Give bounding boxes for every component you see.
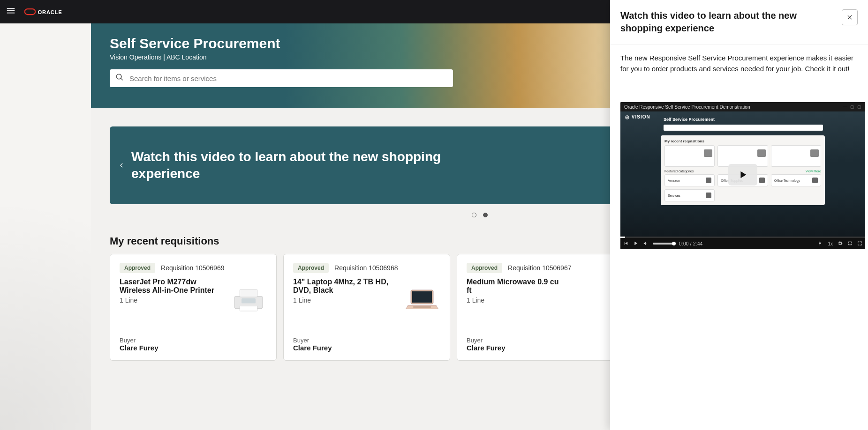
oracle-logo: ORACLE bbox=[24, 7, 67, 16]
status-badge: Approved bbox=[467, 263, 502, 273]
svg-rect-4 bbox=[240, 306, 257, 311]
buyer-name: Clare Furey bbox=[467, 344, 614, 352]
requisition-thumbnail bbox=[403, 282, 441, 318]
status-badge: Approved bbox=[120, 263, 155, 273]
panel-title: Watch this video to learn about the new … bbox=[620, 9, 836, 35]
requisition-id: Requisition 10506967 bbox=[508, 264, 571, 272]
video-time-total: 2:44 bbox=[693, 241, 703, 246]
search-bar[interactable] bbox=[110, 69, 453, 87]
video-time-current: 0:00 bbox=[679, 241, 689, 246]
panel-description: The new Responsive Self Service Procurem… bbox=[620, 44, 858, 74]
requisition-title: Medium Microwave 0.9 cu ft bbox=[467, 278, 563, 295]
carousel-dot[interactable] bbox=[483, 213, 488, 217]
requisition-thumbnail bbox=[229, 282, 268, 318]
video-mute-button[interactable] bbox=[643, 241, 648, 247]
video-window-buttons: —▢▢ bbox=[843, 104, 861, 109]
expand-icon bbox=[847, 241, 853, 246]
panel-close-button[interactable] bbox=[842, 9, 858, 25]
play-icon bbox=[738, 170, 748, 180]
requisition-card[interactable]: Approved Requisition 10506969 LaserJet P… bbox=[110, 254, 277, 361]
video-play-overlay[interactable] bbox=[620, 111, 865, 238]
video-side-panel: Watch this video to learn about the new … bbox=[610, 0, 868, 430]
search-icon bbox=[115, 73, 124, 83]
video-player[interactable]: Oracle Responsive Self Service Procureme… bbox=[620, 102, 865, 249]
menu-icon[interactable] bbox=[6, 6, 16, 18]
svg-rect-5 bbox=[242, 298, 256, 304]
buyer-label: Buyer bbox=[120, 337, 267, 344]
close-icon bbox=[846, 14, 853, 21]
video-fullscreen-button[interactable] bbox=[857, 241, 862, 247]
svg-rect-3 bbox=[240, 289, 257, 297]
video-time: 0:00 / 2:44 bbox=[679, 241, 703, 246]
buyer-name: Clare Furey bbox=[120, 344, 267, 352]
video-theater-button[interactable] bbox=[847, 241, 853, 247]
svg-rect-0 bbox=[25, 9, 36, 15]
flag-icon bbox=[818, 241, 823, 246]
panel-header: Watch this video to learn about the new … bbox=[610, 0, 868, 44]
fullscreen-icon bbox=[857, 241, 862, 246]
chevron-left-icon bbox=[118, 162, 125, 169]
carousel-dot[interactable] bbox=[472, 213, 476, 217]
video-seek-bar[interactable] bbox=[620, 237, 865, 238]
announcement-text: Watch this video to learn about the new … bbox=[131, 148, 488, 183]
video-speed[interactable]: 1x bbox=[828, 241, 833, 246]
panel-body: The new Responsive Self Service Procurem… bbox=[610, 44, 868, 259]
video-window-titlebar: Oracle Responsive Self Service Procureme… bbox=[620, 102, 865, 111]
video-volume-slider[interactable] bbox=[653, 243, 674, 245]
video-play-pause-button[interactable] bbox=[633, 241, 638, 247]
buyer-name: Clare Furey bbox=[293, 344, 440, 352]
requisition-id: Requisition 10506968 bbox=[334, 264, 398, 272]
volume-icon bbox=[643, 241, 648, 246]
svg-rect-8 bbox=[413, 306, 431, 308]
svg-rect-7 bbox=[412, 291, 432, 303]
gear-icon bbox=[838, 241, 843, 246]
requisition-card[interactable]: Approved Requisition 10506967 Medium Mic… bbox=[457, 254, 624, 361]
video-canvas: ◎ VISION Self Service Procurement My rec… bbox=[620, 111, 865, 238]
carousel-prev[interactable] bbox=[115, 159, 128, 171]
svg-text:ORACLE: ORACLE bbox=[38, 9, 62, 15]
video-play-button[interactable] bbox=[728, 164, 757, 185]
requisition-id: Requisition 10506969 bbox=[161, 264, 224, 272]
video-prev-button[interactable] bbox=[623, 241, 628, 247]
buyer-label: Buyer bbox=[467, 337, 614, 344]
video-window-title: Oracle Responsive Self Service Procureme… bbox=[624, 104, 750, 110]
status-badge: Approved bbox=[293, 263, 329, 273]
requisition-title: LaserJet Pro M277dw Wireless All-in-One … bbox=[120, 278, 216, 295]
requisition-card[interactable]: Approved Requisition 10506968 14" Laptop… bbox=[283, 254, 450, 361]
requisition-thumbnail bbox=[576, 282, 615, 318]
video-controls: 0:00 / 2:44 1x bbox=[620, 238, 865, 249]
requisition-title: 14" Laptop 4Mhz, 2 TB HD, DVD, Black bbox=[293, 278, 389, 295]
search-input[interactable] bbox=[128, 74, 447, 83]
video-flag-button[interactable] bbox=[818, 241, 823, 247]
buyer-label: Buyer bbox=[293, 337, 440, 344]
left-nav-strip bbox=[0, 23, 91, 430]
video-settings-button[interactable] bbox=[838, 241, 843, 247]
